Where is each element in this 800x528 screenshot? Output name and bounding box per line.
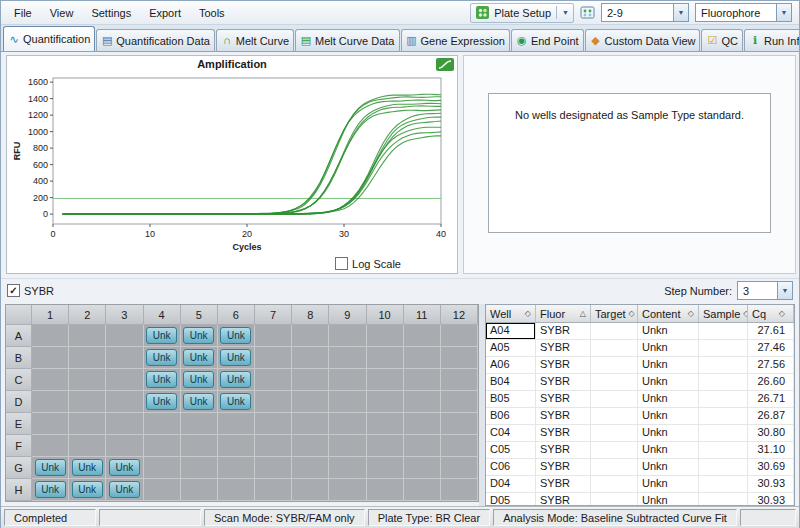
step-number-select[interactable]: 3 ▼ [737,281,793,300]
column-header-cq[interactable]: Cq◇ [748,305,794,322]
plate-well-B2[interactable] [69,347,106,369]
plate-row-header-B[interactable]: B [6,347,32,369]
plate-well-E11[interactable] [404,413,441,435]
plate-well-H6[interactable] [218,479,255,501]
cell-target[interactable] [591,493,638,505]
plate-well-H5[interactable] [181,479,218,501]
cell-cq[interactable]: 27.61 [748,323,794,339]
column-header-sample[interactable]: Sample◇ [699,305,748,322]
plate-well-B1[interactable] [32,347,69,369]
plate-well-E6[interactable] [218,413,255,435]
plate-well-B7[interactable] [255,347,292,369]
cell-sample[interactable] [699,340,748,356]
well-table-row[interactable]: C05SYBRUnkn31.10 [486,442,794,459]
plate-well-D4[interactable]: Unk [144,391,181,413]
plate-well-G5[interactable] [181,457,218,479]
plate-well-G10[interactable] [367,457,404,479]
plate-well-F4[interactable] [144,435,181,457]
plate-well-B8[interactable] [292,347,329,369]
plate-well-C2[interactable] [69,369,106,391]
well-unk-button[interactable]: Unk [146,393,177,410]
plate-well-D5[interactable]: Unk [181,391,218,413]
cell-target[interactable] [591,425,638,441]
plate-well-E3[interactable] [106,413,143,435]
cell-well[interactable]: B05 [486,391,536,407]
cell-well[interactable]: C04 [486,425,536,441]
plate-well-C12[interactable] [441,369,478,391]
amplification-plot[interactable]: 02004006008001000120014001600010203040Cy… [9,74,455,254]
cell-content[interactable]: Unkn [638,340,699,356]
column-header-content[interactable]: Content◇ [638,305,699,322]
cell-target[interactable] [591,357,638,373]
well-unk-button[interactable]: Unk [35,459,66,476]
plate-well-A10[interactable] [367,325,404,347]
cell-content[interactable]: Unkn [638,442,699,458]
plate-well-H2[interactable]: Unk [69,479,106,501]
plate-well-E2[interactable] [69,413,106,435]
plate-column-header-1[interactable]: 1 [32,305,69,325]
chart-corner-icon[interactable] [436,58,454,73]
plate-well-A6[interactable]: Unk [218,325,255,347]
plate-row-header-H[interactable]: H [6,479,32,501]
cell-target[interactable] [591,459,638,475]
cell-fluor[interactable]: SYBR [536,340,591,356]
cell-target[interactable] [591,476,638,492]
cell-fluor[interactable]: SYBR [536,493,591,505]
cell-cq[interactable]: 26.71 [748,391,794,407]
plate-column-header-4[interactable]: 4 [144,305,181,325]
cell-target[interactable] [591,391,638,407]
plate-well-F11[interactable] [404,435,441,457]
plate-well-H1[interactable]: Unk [32,479,69,501]
cell-well[interactable]: A04 [486,323,536,339]
well-unk-button[interactable]: Unk [109,459,140,476]
cell-sample[interactable] [699,493,748,505]
cell-cq[interactable]: 31.10 [748,442,794,458]
plate-well-C8[interactable] [292,369,329,391]
cell-cq[interactable]: 27.56 [748,357,794,373]
plate-well-D7[interactable] [255,391,292,413]
plate-well-B4[interactable]: Unk [144,347,181,369]
well-unk-button[interactable]: Unk [220,327,251,344]
plate-well-B12[interactable] [441,347,478,369]
plate-well-D9[interactable] [329,391,366,413]
well-unk-button[interactable]: Unk [183,327,214,344]
tab-quantification-data[interactable]: ▤Quantification Data [96,29,215,51]
cell-content[interactable]: Unkn [638,493,699,505]
cell-content[interactable]: Unkn [638,425,699,441]
plate-well-H10[interactable] [367,479,404,501]
plate-well-H12[interactable] [441,479,478,501]
well-table-row[interactable]: C06SYBRUnkn30.69 [486,459,794,476]
cell-fluor[interactable]: SYBR [536,408,591,424]
cell-sample[interactable] [699,391,748,407]
well-table-row[interactable]: D04SYBRUnkn30.93 [486,476,794,493]
menu-tools[interactable]: Tools [190,4,234,22]
column-header-fluor[interactable]: Fluor△ [536,305,591,322]
cell-sample[interactable] [699,476,748,492]
cell-cq[interactable]: 30.69 [748,459,794,475]
plate-well-F7[interactable] [255,435,292,457]
well-table-row[interactable]: B05SYBRUnkn26.71 [486,391,794,408]
tab-run-information[interactable]: ℹRun Information [744,29,799,51]
plate-well-A2[interactable] [69,325,106,347]
cell-content[interactable]: Unkn [638,374,699,390]
cell-well[interactable]: B04 [486,374,536,390]
plate-well-G7[interactable] [255,457,292,479]
plate-column-header-3[interactable]: 3 [106,305,143,325]
well-group-select[interactable]: 2-9 ▼ [601,3,689,22]
plate-well-A4[interactable]: Unk [144,325,181,347]
cell-sample[interactable] [699,425,748,441]
plate-well-C5[interactable]: Unk [181,369,218,391]
plate-row-header-E[interactable]: E [6,413,32,435]
plate-well-C10[interactable] [367,369,404,391]
plate-well-G9[interactable] [329,457,366,479]
cell-target[interactable] [591,442,638,458]
plate-well-A9[interactable] [329,325,366,347]
plate-well-D1[interactable] [32,391,69,413]
plate-well-C3[interactable] [106,369,143,391]
well-unk-button[interactable]: Unk [35,481,66,498]
plate-row-header-A[interactable]: A [6,325,32,347]
well-table-row[interactable]: B06SYBRUnkn26.87 [486,408,794,425]
plate-well-E7[interactable] [255,413,292,435]
tab-quantification[interactable]: ∿Quantification [3,26,95,51]
plate-well-A3[interactable] [106,325,143,347]
